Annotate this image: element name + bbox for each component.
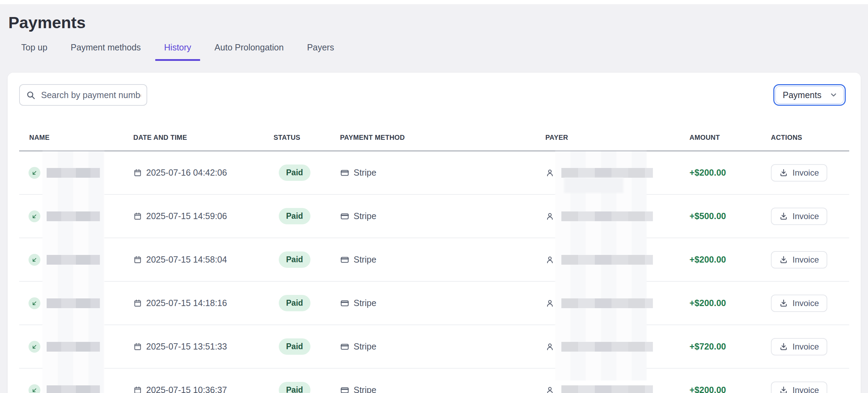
payer-cell xyxy=(545,342,689,352)
top-white-strip xyxy=(0,0,868,4)
history-card: Payments NAMEDATE AND TIMESTATUSPAYMENT … xyxy=(8,73,861,393)
name-cell xyxy=(19,254,133,266)
column-header-actions: ACTIONS xyxy=(771,134,849,142)
payment-method-cell: Stripe xyxy=(340,255,545,265)
person-icon xyxy=(545,212,554,221)
table-row: 2025-07-15 13:51:33 Paid Stripe +$720.00 xyxy=(19,325,849,369)
date-value: 2025-07-15 14:18:16 xyxy=(146,298,227,308)
invoice-button[interactable]: Invoice xyxy=(771,295,827,312)
person-icon xyxy=(545,299,554,308)
person-icon xyxy=(545,386,554,393)
amount-value: +$200.00 xyxy=(689,298,726,308)
invoice-button[interactable]: Invoice xyxy=(771,382,827,393)
payment-method-cell: Stripe xyxy=(340,385,545,393)
column-header-status: STATUS xyxy=(274,134,340,142)
table-row: 2025-07-16 04:42:06 Paid Stripe +$200.00 xyxy=(19,151,849,195)
download-icon xyxy=(779,299,788,307)
payment-method-cell: Stripe xyxy=(340,298,545,308)
status-cell: Paid xyxy=(274,165,340,181)
payer-cell xyxy=(545,385,689,393)
payment-method-value: Stripe xyxy=(354,298,376,308)
payment-method-cell: Stripe xyxy=(340,342,545,352)
invoice-button-label: Invoice xyxy=(792,255,819,265)
tab-payment-methods[interactable]: Payment methods xyxy=(62,42,150,60)
payments-table: NAMEDATE AND TIMESTATUSPAYMENT METHODPAY… xyxy=(19,118,849,393)
incoming-payment-icon xyxy=(29,297,40,309)
status-cell: Paid xyxy=(274,251,340,268)
invoice-button-label: Invoice xyxy=(792,385,819,393)
payments-filter-select[interactable]: Payments xyxy=(775,86,844,104)
status-badge: Paid xyxy=(279,382,310,393)
name-cell xyxy=(19,167,133,179)
download-icon xyxy=(779,168,788,177)
redacted-payer xyxy=(561,298,653,308)
redacted-name xyxy=(47,255,100,265)
invoice-button[interactable]: Invoice xyxy=(771,164,827,182)
date-cell: 2025-07-15 13:51:33 xyxy=(133,342,274,352)
search-box xyxy=(19,84,147,106)
table-row: 2025-07-15 14:58:04 Paid Stripe +$200.00 xyxy=(19,238,849,282)
search-input[interactable] xyxy=(40,90,142,101)
invoice-button[interactable]: Invoice xyxy=(771,208,827,225)
invoice-button-label: Invoice xyxy=(792,342,819,352)
chevron-down-icon xyxy=(829,91,838,99)
table-row: 2025-07-15 14:18:16 Paid Stripe +$200.00 xyxy=(19,282,849,325)
credit-card-icon xyxy=(340,385,349,393)
status-cell: Paid xyxy=(274,338,340,355)
redacted-name xyxy=(47,298,100,308)
actions-cell: Invoice xyxy=(771,208,849,225)
status-cell: Paid xyxy=(274,208,340,224)
incoming-payment-icon xyxy=(29,210,40,222)
name-cell xyxy=(19,210,133,222)
payment-method-cell: Stripe xyxy=(340,168,545,178)
redacted-name xyxy=(47,385,100,393)
credit-card-icon xyxy=(340,342,349,351)
person-icon xyxy=(545,168,554,177)
tab-auto-prolongation[interactable]: Auto Prolongation xyxy=(205,42,293,60)
calendar-icon xyxy=(133,168,142,177)
name-cell xyxy=(19,297,133,309)
date-cell: 2025-07-15 10:36:37 xyxy=(133,385,274,393)
amount-cell: +$200.00 xyxy=(689,298,771,308)
person-icon xyxy=(545,255,554,264)
incoming-payment-icon xyxy=(29,254,40,266)
actions-cell: Invoice xyxy=(771,338,849,355)
payment-method-value: Stripe xyxy=(354,255,376,265)
date-value: 2025-07-15 14:58:04 xyxy=(146,255,227,265)
invoice-button-label: Invoice xyxy=(792,211,819,221)
actions-cell: Invoice xyxy=(771,164,849,182)
date-value: 2025-07-15 13:51:33 xyxy=(146,342,227,352)
payment-method-value: Stripe xyxy=(354,385,376,393)
status-badge: Paid xyxy=(279,295,310,311)
redacted-payer xyxy=(561,342,653,352)
payment-method-value: Stripe xyxy=(354,342,376,352)
redacted-name xyxy=(47,211,100,221)
name-cell xyxy=(19,384,133,393)
incoming-payment-icon xyxy=(29,384,40,393)
tab-payers[interactable]: Payers xyxy=(298,42,343,60)
calendar-icon xyxy=(133,386,142,393)
amount-value: +$200.00 xyxy=(689,255,726,265)
tab-history[interactable]: History xyxy=(155,42,200,60)
invoice-button[interactable]: Invoice xyxy=(771,251,827,268)
redacted-payer xyxy=(561,255,653,265)
payer-cell xyxy=(545,298,689,308)
actions-cell: Invoice xyxy=(771,382,849,393)
tab-top-up[interactable]: Top up xyxy=(12,42,56,60)
status-cell: Paid xyxy=(274,382,340,393)
amount-value: +$500.00 xyxy=(689,211,726,221)
download-icon xyxy=(779,212,788,220)
credit-card-icon xyxy=(340,211,349,221)
payments-page: Payments Top upPayment methodsHistoryAut… xyxy=(0,4,868,60)
calendar-icon xyxy=(133,342,142,351)
date-value: 2025-07-15 10:36:37 xyxy=(146,385,227,393)
download-icon xyxy=(779,255,788,264)
payments-filter-focus-ring: Payments xyxy=(773,84,846,106)
invoice-button-label: Invoice xyxy=(792,298,819,308)
credit-card-icon xyxy=(340,298,349,308)
download-icon xyxy=(779,386,788,393)
invoice-button[interactable]: Invoice xyxy=(771,338,827,355)
payer-cell xyxy=(545,255,689,265)
calendar-icon xyxy=(133,299,142,307)
redacted-payer xyxy=(561,211,653,221)
